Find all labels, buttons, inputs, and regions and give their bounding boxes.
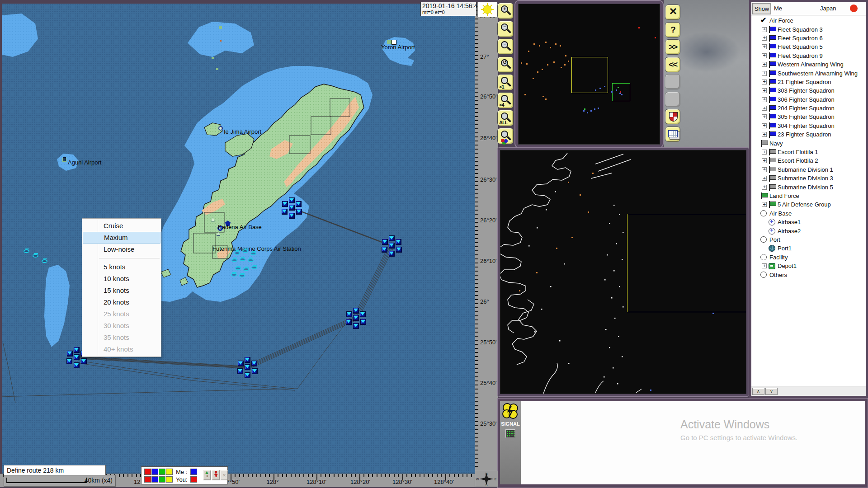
tree-item-label: 5 Air Defense Group <box>778 201 831 208</box>
zoom-in-button[interactable]: + <box>497 3 514 19</box>
expand-plus-icon[interactable] <box>762 176 767 181</box>
expand-plus-icon[interactable] <box>762 123 767 128</box>
menu-item[interactable]: 30 knots <box>82 320 161 332</box>
zoom-out-button[interactable]: − <box>497 21 514 37</box>
tree-item[interactable]: Southwestern Airwarning Wing <box>762 69 865 77</box>
tree-item[interactable]: Submarine Division 3 <box>762 174 865 183</box>
zoom-all-button[interactable]: ALL <box>497 110 514 126</box>
ruler-tick <box>475 303 478 304</box>
expand-plus-icon[interactable] <box>762 132 767 137</box>
tree-item[interactable]: Air Force <box>754 16 865 25</box>
tree-item[interactable]: Escort Flottila 2 <box>762 156 865 165</box>
tree-item[interactable]: Others <box>754 270 865 279</box>
expand-plus-icon[interactable] <box>762 114 767 119</box>
tree-item[interactable]: Facility <box>754 253 865 262</box>
zoom-color-button[interactable] <box>497 128 514 144</box>
tree-item[interactable]: Air Base <box>754 209 865 218</box>
expand-plus-icon[interactable] <box>762 167 767 172</box>
tree-item[interactable]: Fleet Squadron 5 <box>762 42 865 51</box>
menu-item[interactable]: 35 knots <box>82 332 161 343</box>
expand-plus-icon[interactable] <box>762 36 767 41</box>
tree-item[interactable]: 5 Air Defense Group <box>762 200 865 209</box>
tree-item[interactable]: Airbase2 <box>762 226 865 235</box>
radar-map[interactable] <box>500 150 746 394</box>
main-map[interactable] <box>2 4 475 474</box>
blank-1-button[interactable] <box>665 74 680 89</box>
menu-item[interactable]: 25 knots <box>82 308 161 320</box>
tree-item[interactable]: 304 Fighter Squadron <box>762 122 865 130</box>
help-button[interactable]: ? <box>665 22 680 38</box>
defense-button[interactable] <box>665 109 680 124</box>
forward-button[interactable]: >> <box>665 39 680 55</box>
tree-item[interactable]: Navy <box>754 139 865 147</box>
ruler-tick <box>475 75 478 76</box>
zoom-rect-button[interactable]: ▫ <box>497 38 514 55</box>
expand-plus-icon[interactable] <box>762 185 767 190</box>
expand-plus-icon[interactable] <box>762 158 767 163</box>
forward-icon: >> <box>669 42 677 52</box>
tree-item[interactable]: Fleet Squadron 6 <box>762 34 865 42</box>
tree-item[interactable]: Fleet Squadron 3 <box>762 25 865 33</box>
menu-item[interactable]: Low-noise <box>82 244 161 255</box>
ruler-tick <box>475 161 478 162</box>
scroll-up-button[interactable]: ∧ <box>752 388 764 395</box>
zoom-x4-button[interactable]: ×4 <box>497 92 514 108</box>
close-legend-button[interactable]: × <box>220 470 228 480</box>
minimap-view-rect[interactable] <box>571 57 608 93</box>
tree-item[interactable]: Land Force <box>754 192 865 200</box>
menu-item[interactable]: Maxium <box>83 232 160 244</box>
expand-plus-icon[interactable] <box>762 263 767 268</box>
expand-plus-icon[interactable] <box>762 80 767 84</box>
tree-item[interactable]: Depot1 <box>762 262 865 270</box>
tree-item[interactable]: Fleet Squadron 9 <box>762 52 865 60</box>
blank-2-button[interactable] <box>665 92 680 107</box>
expand-plus-icon[interactable] <box>762 53 767 58</box>
tree-item[interactable]: Escort Flottila 1 <box>762 148 865 156</box>
tree-view-button[interactable] <box>203 470 211 480</box>
tree-item[interactable]: 21 Fighter Squadron <box>762 78 865 86</box>
ruler-tick <box>475 315 478 316</box>
tree-item[interactable]: Port1 <box>762 244 865 253</box>
tree-item[interactable]: Western Airwarning Wing <box>762 60 865 69</box>
ruler-tick <box>415 474 416 477</box>
expand-plus-icon[interactable] <box>762 44 767 49</box>
menu-item[interactable]: 40+ knots <box>82 343 161 355</box>
expand-plus-icon[interactable] <box>762 88 767 93</box>
tree-item[interactable]: Submarine Division 1 <box>762 165 865 174</box>
zoom-back-button[interactable]: ↺ <box>497 56 514 73</box>
expand-plus-icon[interactable] <box>762 62 767 67</box>
tree-item[interactable]: 305 Fighter Squadron <box>762 113 865 121</box>
expand-plus-icon[interactable] <box>762 71 767 76</box>
tree-item[interactable]: 306 Fighter Squadron <box>762 95 865 104</box>
tree-item-icon <box>769 87 776 94</box>
menu-item[interactable]: 5 knots <box>82 261 161 273</box>
expand-plus-icon[interactable] <box>762 97 767 102</box>
menu-item[interactable]: 15 knots <box>82 285 161 296</box>
layout-button[interactable] <box>665 127 680 142</box>
tree-item[interactable]: Airbase1 <box>762 218 865 226</box>
signal-grid-button[interactable] <box>505 429 515 438</box>
tree-item[interactable]: 23 Fighter Squadron <box>762 130 865 139</box>
close-button[interactable]: × <box>665 5 680 20</box>
tree-item[interactable]: 204 Fighter Squadron <box>762 104 865 113</box>
menu-item[interactable]: 20 knots <box>82 296 161 308</box>
menu-item[interactable]: 10 knots <box>82 273 161 285</box>
scroll-down-button[interactable]: ∨ <box>765 388 778 395</box>
back-button[interactable]: << <box>665 57 680 72</box>
expand-plus-icon[interactable] <box>762 150 767 155</box>
zoom-x1-button[interactable]: ×1 <box>497 74 514 90</box>
expand-plus-icon[interactable] <box>762 202 767 207</box>
tree-item-label: Air Force <box>769 17 793 24</box>
menu-item[interactable]: Cruise <box>82 220 161 232</box>
person-view-button[interactable] <box>212 470 220 480</box>
tree-item[interactable]: Port <box>754 235 865 244</box>
tree-item[interactable]: 303 Fighter Squadron <box>762 86 865 95</box>
show-button[interactable]: Show <box>752 3 771 14</box>
minimap-selection-rect[interactable] <box>612 83 630 101</box>
person-icon <box>213 471 218 478</box>
signal-clover-icon[interactable] <box>501 402 520 421</box>
ruler-tick <box>475 405 478 406</box>
expand-plus-icon[interactable] <box>762 106 767 111</box>
expand-plus-icon[interactable] <box>762 27 767 32</box>
tree-item[interactable]: Submarine Division 5 <box>762 183 865 191</box>
